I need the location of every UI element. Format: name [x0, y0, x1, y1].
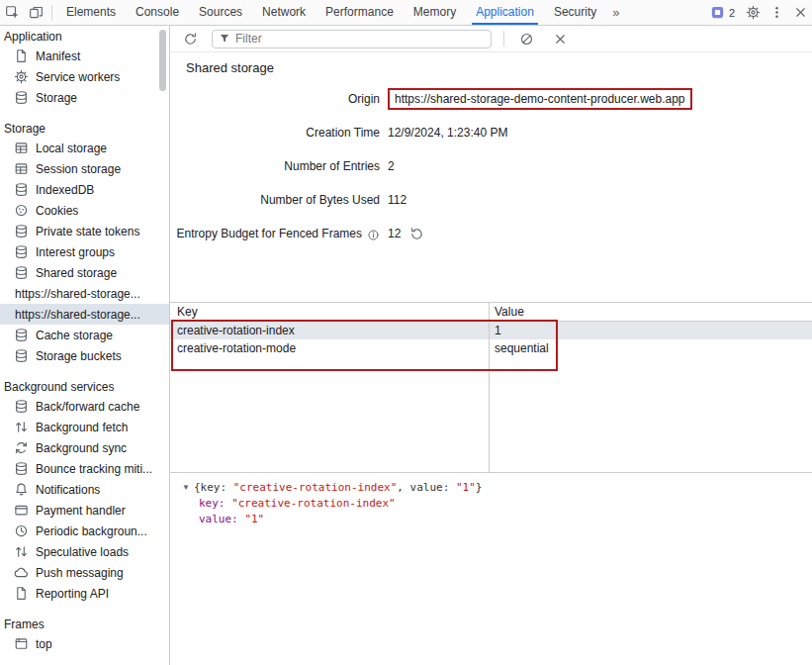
table-body: creative-rotation-index 1 creative-rotat…	[170, 322, 812, 472]
sidebar-item-top-frame[interactable]: top	[0, 633, 169, 654]
column-header-key: Key	[170, 305, 489, 319]
sidebar-item-private-state-tokens[interactable]: Private state tokens	[0, 221, 169, 241]
table-row[interactable]: creative-rotation-mode sequential	[170, 339, 812, 357]
database-icon	[14, 399, 29, 414]
tab-network[interactable]: Network	[252, 0, 316, 25]
refresh-icon[interactable]	[178, 27, 202, 51]
sidebar-item-background-fetch[interactable]: Background fetch	[0, 417, 169, 437]
origin-value-annotated: https://shared-storage-demo-content-prod…	[388, 88, 692, 110]
filter-input[interactable]	[235, 32, 485, 46]
clear-all-icon[interactable]	[514, 27, 538, 51]
expand-triangle-icon[interactable]: ▼	[182, 480, 194, 496]
sidebar-scrollbar[interactable]	[158, 28, 167, 663]
table-header: Key Value	[170, 303, 812, 322]
sidebar-item-shared-storage-origin-2[interactable]: https://shared-storage...	[0, 304, 169, 325]
tab-application[interactable]: Application	[466, 0, 544, 25]
issues-badge[interactable]: 2	[703, 0, 741, 25]
settings-gear-icon[interactable]	[741, 0, 765, 25]
sidebar-item-notifications[interactable]: Notifications	[0, 479, 169, 500]
sidebar-item-session-storage[interactable]: Session storage	[0, 158, 169, 179]
gear-icon	[14, 69, 29, 84]
preview-prop-line: value: "1"	[182, 512, 812, 527]
application-sidebar: Application Manifest Service workers Sto…	[0, 26, 170, 665]
panel-tabs: Elements Console Sources Network Perform…	[56, 0, 625, 25]
shared-storage-panel: Shared storage Origin https://shared-sto…	[170, 26, 812, 665]
tab-security[interactable]: Security	[544, 0, 606, 25]
sidebar-item-indexeddb[interactable]: IndexedDB	[0, 179, 169, 200]
sidebar-item-storage[interactable]: Storage	[0, 87, 169, 108]
sidebar-item-service-workers[interactable]: Service workers	[0, 66, 169, 87]
sync-icon	[14, 440, 29, 455]
database-icon	[14, 328, 29, 342]
sidebar-item-interest-groups[interactable]: Interest groups	[0, 241, 169, 262]
document-icon	[14, 48, 29, 63]
field-entropy-budget: Entropy Budget for Fenced Frames 12	[170, 217, 812, 250]
database-icon	[14, 461, 29, 476]
more-tabs-button[interactable]: »	[606, 0, 625, 25]
sidebar-item-push-messaging[interactable]: Push messaging	[0, 562, 169, 583]
sidebar-item-manifest[interactable]: Manifest	[0, 46, 169, 66]
sidebar-item-local-storage[interactable]: Local storage	[0, 138, 169, 158]
sidebar-item-reporting-api[interactable]: Reporting API	[0, 583, 169, 604]
clock-icon	[14, 523, 29, 538]
sidebar-item-speculative-loads[interactable]: Speculative loads	[0, 541, 169, 562]
field-value: 112	[388, 193, 406, 207]
tab-sources[interactable]: Sources	[189, 0, 252, 25]
sidebar-item-storage-buckets[interactable]: Storage buckets	[0, 345, 169, 366]
sidebar-item-payment-handler[interactable]: Payment handler	[0, 500, 169, 521]
tab-memory[interactable]: Memory	[404, 0, 466, 25]
metadata-fields: Origin https://shared-storage-demo-conte…	[170, 82, 812, 250]
field-origin: Origin https://shared-storage-demo-conte…	[170, 82, 812, 116]
database-icon	[14, 182, 29, 197]
shared-storage-content: Shared storage Origin https://shared-sto…	[170, 52, 812, 665]
sidebar-item-shared-storage-origin-1[interactable]: https://shared-storage...	[0, 283, 169, 304]
kebab-menu-icon[interactable]	[765, 0, 788, 25]
filter-box[interactable]	[212, 30, 492, 48]
toolbar-divider	[503, 31, 504, 47]
field-number-of-entries: Number of Entries 2	[170, 149, 812, 183]
tab-elements[interactable]: Elements	[56, 0, 126, 25]
close-devtools-icon[interactable]	[788, 0, 812, 25]
tabbar-divider	[51, 5, 52, 21]
sidebar-item-cache-storage[interactable]: Cache storage	[0, 325, 169, 345]
bell-icon	[14, 482, 29, 497]
sidebar-section-background-services: Background services	[0, 378, 169, 396]
tab-performance[interactable]: Performance	[316, 0, 404, 25]
field-value: 12	[388, 227, 401, 240]
entries-table: Key Value creative-rotation-index 1 crea…	[170, 302, 812, 472]
database-icon	[14, 265, 29, 280]
document-icon	[14, 586, 29, 601]
info-icon[interactable]	[367, 228, 380, 240]
database-icon	[14, 224, 29, 238]
delete-selected-icon[interactable]	[548, 27, 572, 51]
cookie-icon	[14, 203, 29, 218]
sidebar-item-back-forward-cache[interactable]: Back/forward cache	[0, 396, 169, 417]
sidebar-section-application: Application	[0, 28, 169, 46]
sidebar-scrollbar-thumb[interactable]	[159, 30, 166, 91]
database-icon	[14, 244, 29, 259]
preview-prop-line: key: "creative-rotation-index"	[182, 496, 812, 512]
frame-icon	[14, 636, 29, 651]
sidebar-section-storage: Storage	[0, 120, 169, 138]
inspect-element-icon[interactable]	[0, 0, 24, 25]
tab-console[interactable]: Console	[126, 0, 189, 25]
shared-storage-toolbar	[170, 26, 812, 52]
device-toolbar-icon[interactable]	[24, 0, 47, 25]
field-value: 2	[388, 159, 395, 173]
sidebar-item-periodic-background-sync[interactable]: Periodic backgroun...	[0, 521, 169, 541]
database-icon	[14, 90, 29, 105]
table-row[interactable]: creative-rotation-index 1	[170, 322, 812, 339]
field-number-of-bytes: Number of Bytes Used 112	[170, 183, 812, 217]
reset-budget-icon[interactable]	[408, 226, 424, 241]
sidebar-item-background-sync[interactable]: Background sync	[0, 437, 169, 458]
entry-preview-pane: ▼{key: "creative-rotation-index", value:…	[170, 472, 812, 527]
issues-icon	[709, 0, 726, 25]
devtools-tabbar: Elements Console Sources Network Perform…	[0, 0, 812, 26]
funnel-filter-icon	[219, 33, 230, 45]
sidebar-item-bounce-tracking[interactable]: Bounce tracking miti...	[0, 458, 169, 479]
sidebar-item-shared-storage[interactable]: Shared storage	[0, 262, 169, 283]
sidebar-item-cookies[interactable]: Cookies	[0, 200, 169, 221]
issues-count: 2	[729, 7, 735, 19]
field-value: 12/9/2024, 1:23:40 PM	[388, 126, 507, 140]
up-down-arrows-icon	[14, 420, 29, 434]
